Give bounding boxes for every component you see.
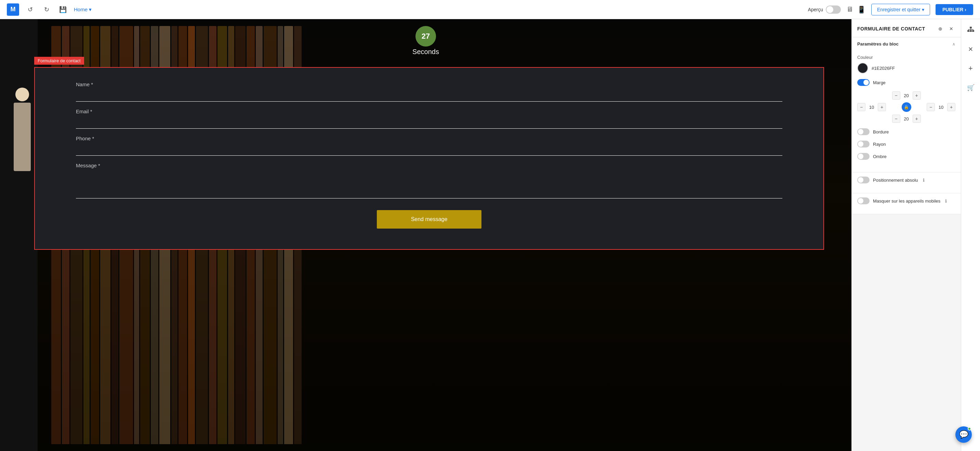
positionnement-info-icon[interactable]: ℹ — [923, 178, 924, 183]
cart-icon[interactable]: 🛒 — [964, 81, 978, 94]
chat-icon: 💬 — [959, 430, 968, 439]
send-button[interactable]: Send message — [377, 210, 482, 229]
phone-input[interactable] — [76, 144, 782, 156]
device-icons: 🖥 📱 — [846, 5, 866, 14]
panel-header: FORMULAIRE DE CONTACT ⊕ ✕ — [852, 19, 961, 37]
form-submit: Send message — [76, 210, 782, 229]
rayon-toggle[interactable] — [857, 141, 870, 148]
message-label: Message * — [76, 163, 782, 168]
email-field: Email * — [76, 108, 782, 129]
home-nav-button[interactable]: Home ▾ — [74, 6, 92, 13]
margin-top-value: 20 — [902, 93, 911, 98]
margin-top-row: − 20 + — [857, 91, 955, 100]
sidebar-icons: ✕ + 🛒 — [961, 19, 980, 451]
ombre-label: Ombre — [873, 154, 887, 159]
color-swatch[interactable] — [857, 63, 868, 73]
positionnement-label: Positionnement absolu — [873, 178, 918, 183]
positionnement-toggle[interactable] — [857, 177, 870, 183]
name-field: Name * — [76, 81, 782, 102]
margin-bottom-value: 20 — [902, 116, 911, 121]
panel-header-icons: ⊕ ✕ — [936, 25, 955, 33]
close-sidebar-icon[interactable]: ✕ — [964, 42, 978, 56]
chat-online-dot — [968, 427, 971, 430]
canvas: 27 Seconds Formulaire de contact Name * … — [0, 19, 851, 451]
desktop-icon[interactable]: 🖥 — [846, 5, 853, 14]
form-block-wrapper: Formulaire de contact Name * Email * Pho… — [34, 67, 824, 250]
positionnement-toggle-row: Positionnement absolu ℹ — [857, 177, 955, 183]
main-area: 27 Seconds Formulaire de contact Name * … — [0, 19, 980, 451]
svg-rect-3 — [972, 30, 974, 32]
margin-left-plus[interactable]: + — [878, 103, 886, 111]
marge-label: Marge — [873, 80, 886, 85]
countdown-label: Seconds — [412, 48, 439, 56]
close-panel-icon[interactable]: ✕ — [947, 25, 955, 33]
panel-title: FORMULAIRE DE CONTACT — [857, 26, 925, 32]
bordure-label: Bordure — [873, 129, 889, 134]
margin-bottom-minus[interactable]: − — [892, 115, 900, 123]
countdown-number: 27 — [415, 26, 436, 46]
mobile-icon[interactable]: 📱 — [857, 5, 866, 14]
marge-toggle-row: Marge — [857, 79, 955, 86]
rayon-label: Rayon — [873, 142, 886, 147]
parametres-section-title: Paramètres du bloc — [857, 41, 899, 46]
redo-button[interactable]: ↻ — [41, 4, 52, 15]
masquer-toggle[interactable] — [857, 198, 870, 204]
undo-button[interactable]: ↺ — [25, 4, 35, 15]
name-input[interactable] — [76, 90, 782, 102]
margin-left-minus[interactable]: − — [857, 103, 865, 111]
name-label: Name * — [76, 81, 782, 87]
positionnement-row: Positionnement absolu ℹ — [852, 172, 961, 193]
masquer-toggle-row: Masquer sur les appareils mobiles ℹ — [857, 198, 955, 204]
margin-bottom-plus[interactable]: + — [913, 115, 921, 123]
masquer-info-icon[interactable]: ℹ — [945, 198, 947, 204]
masquer-label: Masquer sur les appareils mobiles — [873, 198, 940, 204]
publish-button[interactable]: PUBLIER › — [935, 4, 973, 15]
countdown-section: 27 Seconds — [412, 26, 439, 56]
ombre-toggle-row: Ombre — [857, 153, 955, 160]
right-panel: FORMULAIRE DE CONTACT ⊕ ✕ Paramètres du … — [851, 19, 961, 451]
bordure-toggle-row: Bordure — [857, 128, 955, 135]
chat-bubble[interactable]: 💬 — [955, 426, 972, 443]
form-block: Name * Email * Phone * Message * — [35, 68, 823, 249]
rayon-toggle-row: Rayon — [857, 141, 955, 148]
margin-right-plus[interactable]: + — [947, 103, 955, 111]
margin-right-minus[interactable]: − — [927, 103, 935, 111]
bordure-toggle[interactable] — [857, 128, 870, 135]
margin-top-plus[interactable]: + — [913, 91, 921, 100]
svg-rect-0 — [970, 27, 972, 29]
org-chart-icon[interactable] — [964, 23, 978, 37]
margin-top-spinner: − 20 + — [892, 91, 921, 100]
svg-rect-1 — [967, 30, 969, 32]
message-field: Message * — [76, 163, 782, 200]
message-input[interactable] — [76, 171, 782, 198]
margin-left-value: 10 — [867, 105, 876, 110]
margin-mid-row: − 10 + 🔒 − 10 + — [857, 102, 955, 112]
parametres-body: Couleur #1E2026FF Marge − 20 + — [852, 51, 961, 172]
marge-toggle[interactable] — [857, 79, 870, 86]
svg-rect-2 — [970, 30, 972, 32]
lock-icon[interactable]: 🔒 — [902, 102, 911, 112]
pin-icon[interactable]: ⊕ — [936, 25, 945, 33]
phone-label: Phone * — [76, 135, 782, 141]
parametres-section-header[interactable]: Paramètres du bloc ∧ — [852, 37, 961, 51]
save-icon-button[interactable]: 💾 — [57, 4, 68, 15]
margin-top-minus[interactable]: − — [892, 91, 900, 100]
add-icon[interactable]: + — [964, 62, 978, 75]
margin-bottom-row: − 20 + — [857, 115, 955, 123]
margin-right-value: 10 — [937, 105, 945, 110]
parametres-section: Paramètres du bloc ∧ Couleur #1E2026FF M… — [852, 37, 961, 172]
color-row: #1E2026FF — [857, 63, 955, 73]
margin-right-spinner: − 10 + — [927, 103, 955, 111]
apercu-toggle[interactable] — [826, 5, 841, 14]
apercu-section: Aperçu — [808, 5, 841, 14]
margin-bottom-spinner: − 20 + — [892, 115, 921, 123]
topbar: M ↺ ↻ 💾 Home ▾ Aperçu 🖥 📱 Enregistrer et… — [0, 0, 980, 19]
email-input[interactable] — [76, 117, 782, 129]
logo-icon[interactable]: M — [7, 3, 19, 16]
ombre-toggle[interactable] — [857, 153, 870, 160]
email-label: Email * — [76, 108, 782, 114]
couleur-label: Couleur — [857, 55, 955, 60]
save-quit-button[interactable]: Enregistrer et quitter ▾ — [871, 4, 930, 15]
phone-field: Phone * — [76, 135, 782, 156]
form-block-label: Formulaire de contact — [34, 57, 84, 65]
